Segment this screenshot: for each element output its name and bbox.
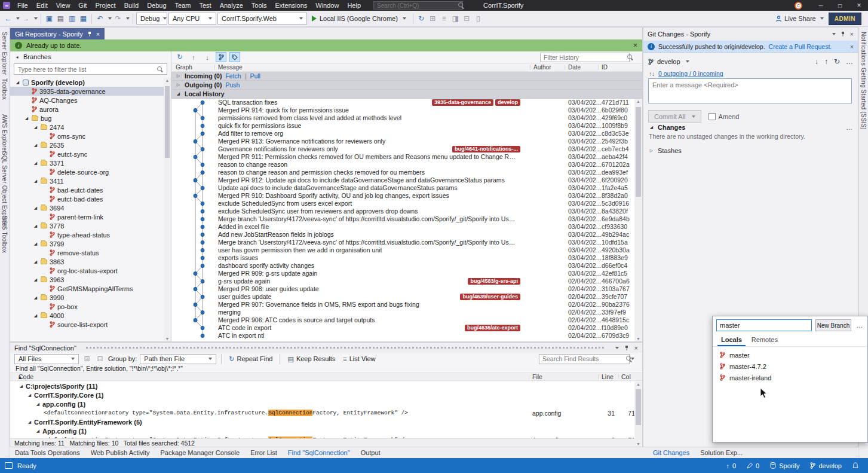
attach-process-icon[interactable]: ⊞ <box>428 13 438 25</box>
branch-tree-item-2635[interactable]: ◢2635 <box>10 141 164 149</box>
commit-id[interactable]: 1009f8b9 <box>602 122 628 130</box>
dismiss-banner-icon[interactable]: × <box>850 43 854 50</box>
expander-icon[interactable]: ▷ <box>649 148 654 153</box>
commit-row[interactable]: Add new JobStartReason fields in joblogs… <box>171 231 634 239</box>
branch-tree-item-eutct-bad-dates[interactable]: eutct-bad-dates <box>10 194 164 203</box>
side-tab-ssis-toolbox[interactable]: SSIS Toolbox <box>1 216 8 253</box>
configuration-select[interactable]: Debug <box>136 13 167 25</box>
new-project-icon[interactable]: ▣ <box>44 13 54 25</box>
expander-icon[interactable]: ◢ <box>24 116 29 121</box>
expander-icon[interactable]: ◢ <box>33 277 38 282</box>
branch-search-input[interactable] <box>716 319 812 331</box>
filter-history-box[interactable] <box>540 53 630 62</box>
commit-id[interactable]: 49b294ac <box>602 231 629 239</box>
close-icon[interactable]: × <box>850 30 854 38</box>
menu-window[interactable]: Window <box>311 0 343 11</box>
drag-grip[interactable] <box>86 347 604 349</box>
branch-tag-3935-data-governance[interactable]: 3935-data-governance <box>432 99 493 106</box>
commit-row[interactable]: Merged PR 911: Permission checks removed… <box>171 153 634 161</box>
expander-icon[interactable]: ◢ <box>33 179 38 184</box>
expander-icon[interactable]: ◢ <box>33 161 38 166</box>
commit-row[interactable]: user guides updatebug/4639/user-guides02… <box>171 293 634 301</box>
amend-checkbox[interactable]: Amend <box>708 113 740 120</box>
branch-tag-bug-4636-atc-export[interactable]: bug/4636/atc-export <box>465 325 520 331</box>
menu-help[interactable]: Help <box>343 0 365 11</box>
branch-filter-input[interactable] <box>18 66 154 73</box>
menu-file[interactable]: File <box>13 0 32 11</box>
history-scrollbar[interactable]: ▲ ▼ <box>634 99 642 341</box>
branch-tree-item-getrmsmappingallterms[interactable]: GetRMSMappingAllTerms <box>10 284 164 293</box>
tab-git-repository[interactable]: Git Repository - Sporify × <box>10 28 105 39</box>
commit-row[interactable]: Merged PR 910: Dashboard Sporify activit… <box>171 192 634 200</box>
push-count[interactable]: ↑ 0 <box>726 462 736 469</box>
notifications-icon[interactable] <box>852 462 858 469</box>
menu-tools[interactable]: Tools <box>247 0 271 11</box>
branch-tree-item-type-ahead-status[interactable]: type-ahead-status <box>10 230 164 239</box>
bottom-tab-error-list[interactable]: Error List <box>245 449 283 456</box>
side-tab-toolbox[interactable]: Toolbox <box>1 78 8 100</box>
expander-icon[interactable]: ◢ <box>649 125 654 130</box>
pending-edits[interactable]: 0 <box>747 462 759 469</box>
branch-tag-bug-4583-g-srs-api[interactable]: bug/4583/g-srs-api <box>468 278 520 285</box>
commit-row[interactable]: exports issues03/04/202...18f883e9 <box>171 254 634 262</box>
branch-tree-item-3963[interactable]: ◢3963 <box>10 275 164 284</box>
commit-row[interactable]: SQL transaction fixes3935-data-governanc… <box>171 99 634 106</box>
incoming-commits-icon[interactable]: ↓ <box>202 52 213 62</box>
commit-id[interactable]: 6b029f80 <box>602 106 628 114</box>
branch-tree-item-3935-data-governance[interactable]: 3935-data-governance <box>10 87 164 96</box>
branch-tree-item-2474[interactable]: ◢2474 <box>10 123 164 132</box>
commit-row[interactable]: Merged PR 906: ATC codes is source and t… <box>171 316 634 324</box>
live-share-button[interactable]: Live Share <box>775 15 824 22</box>
sync-icon[interactable]: ↻ <box>834 57 840 66</box>
expand-all-icon[interactable]: ⊞ <box>82 354 92 364</box>
collapse-all-icon[interactable]: ⊟ <box>95 354 105 364</box>
bottom-tab-data-tools-operations[interactable]: Data Tools Operations <box>10 449 85 456</box>
commit-id[interactable]: c8d3c53e <box>602 130 629 138</box>
push-icon[interactable]: ↑ <box>824 57 828 66</box>
bottom-tab-output[interactable]: Output <box>355 449 386 456</box>
commit-id[interactable]: 33f97ef9 <box>602 309 626 316</box>
side-tab-aws-explorer[interactable]: AWS Explorer <box>1 114 8 153</box>
keep-results-button[interactable]: ▤ Keep Results <box>285 353 338 364</box>
fetch-link[interactable]: Fetch <box>225 72 241 80</box>
commit-message-input[interactable] <box>648 78 852 103</box>
commit-id[interactable]: 6701202a <box>602 161 630 169</box>
menu-git[interactable]: Git <box>74 0 91 11</box>
commit-row[interactable]: merging02/04/202...33f97ef9 <box>171 309 634 316</box>
repeat-find-button[interactable]: ↻ Repeat Find <box>226 353 275 364</box>
bottom-tab-web-publish-activity[interactable]: Web Publish Activity <box>85 449 155 456</box>
commit-all-button[interactable]: Commit All <box>648 110 701 123</box>
commit-id[interactable]: f10d89e0 <box>602 324 628 332</box>
expander-icon[interactable]: ◢ <box>33 206 38 210</box>
column-author[interactable]: Author <box>533 64 551 71</box>
expander-icon[interactable]: ◢ <box>35 402 41 407</box>
commit-row[interactable]: user has govrn permission then we add in… <box>171 246 634 254</box>
find-result-row[interactable]: ◢CorrIT.Sporify.EntityFramework (5) <box>10 417 634 426</box>
side-tab-getting-started-ssis[interactable]: Getting Started (SSIS) <box>860 68 867 130</box>
branch-tree-item-3371[interactable]: ◢3371 <box>10 158 164 167</box>
branch-tag-develop[interactable]: develop <box>495 99 520 106</box>
file-filter-select[interactable]: All Files <box>14 354 79 364</box>
step-icons[interactable]: ≡ <box>439 13 449 25</box>
outgoing-incoming-link[interactable]: 0 outgoing / 0 incoming <box>658 70 723 77</box>
start-debugging-button[interactable]: Local IIS (Google Chrome) <box>308 13 410 25</box>
expander-icon[interactable]: ◢ <box>33 125 38 130</box>
column-code[interactable]: Code ▴ <box>19 373 22 380</box>
more-options-icon[interactable]: … <box>846 124 852 131</box>
branch-tree-item-3863[interactable]: ◢3863 <box>10 257 164 266</box>
expander-icon[interactable]: ◢ <box>27 420 32 425</box>
branch-tag-bug-4641-notifications[interactable]: bug/4641-notifications-... <box>452 146 520 152</box>
expander-icon[interactable]: ◢ <box>33 260 38 264</box>
expander-icon[interactable]: ◢ <box>33 224 38 228</box>
find-in-files-icon[interactable]: ◨ <box>450 13 461 25</box>
find-result-row[interactable]: ◢C:\projects\Sporify (11) <box>10 382 634 390</box>
redo-dropdown[interactable] <box>126 17 130 20</box>
current-branch-select[interactable]: develop <box>657 58 680 65</box>
more-options-icon[interactable]: … <box>854 319 865 331</box>
panel-tab-git-changes[interactable]: Git Changes <box>648 449 695 456</box>
branch-tree-item-3799[interactable]: ◢3799 <box>10 239 164 248</box>
branch-tree-item-delete-source-org[interactable]: delete-source-org <box>10 167 164 176</box>
branch-picker-item-master-4-7-2[interactable]: master-4.7.2 <box>713 361 867 372</box>
pin-icon[interactable] <box>624 345 629 351</box>
panel-tab-solution-exp[interactable]: Solution Exp... <box>695 449 748 456</box>
